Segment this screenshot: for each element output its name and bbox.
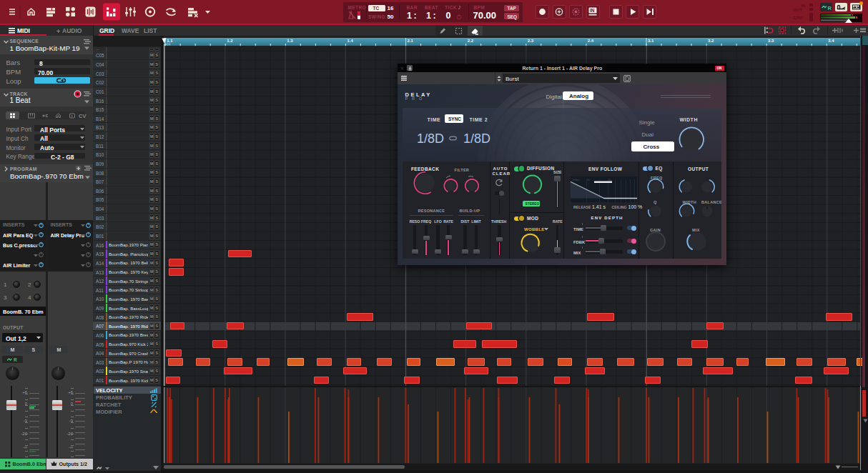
svg-text:R: R xyxy=(827,5,832,11)
svg-text:CV: CV xyxy=(79,113,86,119)
svg-text:3.3: 3.3 xyxy=(768,39,774,44)
svg-text:1.4: 1.4 xyxy=(347,39,353,44)
svg-text:3.2: 3.2 xyxy=(708,39,714,44)
svg-text:1.2: 1.2 xyxy=(227,39,233,44)
svg-text:2.3: 2.3 xyxy=(527,39,533,44)
svg-text:2.4: 2.4 xyxy=(587,39,593,44)
svg-text:1s: 1s xyxy=(587,178,590,181)
svg-text:500ms: 500ms xyxy=(573,178,581,181)
svg-text:1.3: 1.3 xyxy=(287,39,293,44)
svg-text:2.2: 2.2 xyxy=(467,39,473,44)
svg-text:4/4: 4/4 xyxy=(166,43,171,46)
svg-text:R: R xyxy=(14,357,17,362)
svg-text:IN: IN xyxy=(590,8,595,13)
svg-text:3.1: 3.1 xyxy=(647,39,654,44)
svg-text:2.1: 2.1 xyxy=(407,39,413,44)
svg-text:3.4: 3.4 xyxy=(828,39,834,44)
svg-text:2s: 2s xyxy=(608,178,611,181)
